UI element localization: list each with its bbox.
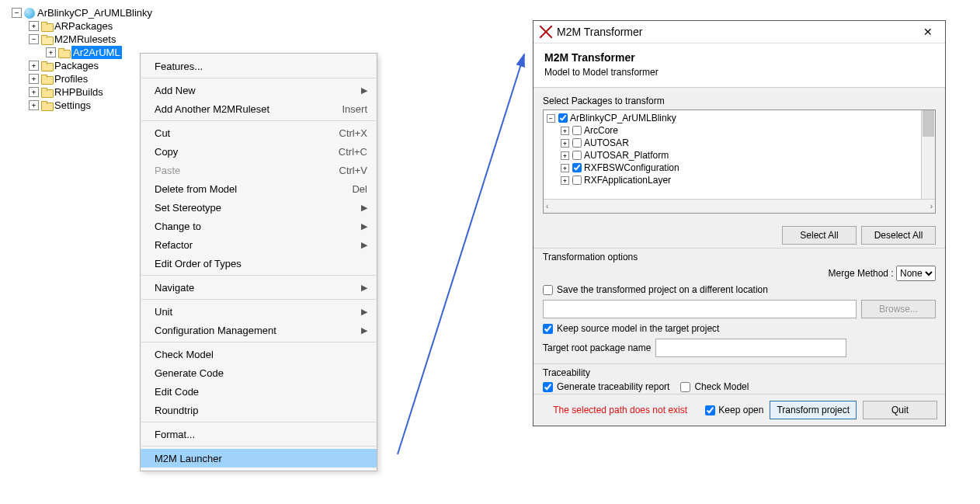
tree-item-label: Packages (54, 59, 99, 72)
pkg-checkbox[interactable] (572, 138, 582, 148)
shortcut: Insert (342, 103, 367, 115)
expand-icon[interactable]: + (29, 87, 39, 97)
pkg-checkbox[interactable] (572, 163, 582, 172)
expand-icon[interactable]: + (29, 100, 39, 110)
pkg-row[interactable]: + RXFApplicationLayer (547, 174, 935, 186)
pkg-checkbox[interactable] (558, 113, 568, 123)
collapse-icon[interactable]: − (547, 114, 555, 123)
expand-icon[interactable]: + (561, 176, 569, 185)
expand-icon[interactable]: + (29, 21, 39, 31)
expand-icon[interactable]: + (561, 127, 569, 135)
menu-delete[interactable]: Delete from ModelDel (141, 179, 377, 198)
chevron-right-icon: ▶ (361, 221, 367, 231)
target-package-input[interactable] (655, 339, 846, 357)
menu-refactor[interactable]: Refactor▶ (141, 235, 377, 254)
folder-icon (41, 101, 52, 109)
context-menu[interactable]: Features... Add New▶ Add Another M2MRule… (140, 53, 377, 471)
save-different-location-label: Save the transformed project on a differ… (557, 284, 768, 295)
menu-add-new[interactable]: Add New▶ (141, 81, 377, 99)
menu-set-stereotype[interactable]: Set Stereotype▶ (141, 198, 377, 217)
close-button[interactable]: ✕ (917, 23, 939, 40)
merge-method-label: Merge Method : (829, 268, 894, 279)
chevron-left-icon: ‹ (546, 202, 548, 210)
menu-generate-code[interactable]: Generate Code (141, 363, 377, 382)
menu-add-another-ruleset[interactable]: Add Another M2MRulesetInsert (141, 99, 377, 118)
divider (533, 363, 945, 364)
folder-icon (41, 61, 52, 70)
target-package-label: Target root package name (543, 342, 651, 353)
app-icon (540, 26, 552, 38)
keep-source-checkbox[interactable] (543, 324, 553, 334)
select-packages-label: Select Packages to transform (543, 96, 936, 106)
tree-root-label: ArBlinkyCP_ArUMLBlinky (37, 6, 152, 19)
menu-separator (141, 342, 376, 342)
collapse-icon[interactable]: − (12, 8, 22, 18)
tree-item-label: Ar2ArUML (71, 46, 122, 59)
menu-unit[interactable]: Unit▶ (141, 302, 377, 321)
vertical-scrollbar[interactable] (921, 110, 935, 200)
menu-edit-order[interactable]: Edit Order of Types (141, 254, 377, 273)
expand-icon[interactable]: + (561, 164, 569, 172)
tree-item[interactable]: + Profiles (12, 72, 152, 85)
pkg-row[interactable]: + AUTOSAR (547, 137, 935, 149)
model-browser-tree[interactable]: − ArBlinkyCP_ArUMLBlinky + ARPackages − … (12, 6, 152, 112)
deselect-all-button[interactable]: Deselect All (861, 226, 936, 245)
pkg-row[interactable]: + ArcCore (547, 124, 935, 137)
save-different-location-checkbox[interactable] (543, 285, 553, 295)
tree-item[interactable]: + Packages (12, 59, 152, 72)
pkg-row[interactable]: + AUTOSAR_Platform (547, 149, 935, 162)
quit-button[interactable]: Quit (863, 401, 937, 419)
chevron-right-icon: ▶ (361, 85, 367, 96)
menu-roundtrip[interactable]: Roundtrip (141, 401, 377, 419)
menu-navigate[interactable]: Navigate▶ (141, 278, 377, 297)
dialog-titlebar[interactable]: M2M Transformer ✕ (533, 21, 945, 43)
tree-item[interactable]: + RHPBuilds (12, 85, 152, 99)
svg-line-0 (398, 54, 524, 454)
tree-root[interactable]: − ArBlinkyCP_ArUMLBlinky (12, 6, 152, 19)
tree-item[interactable]: + Settings (12, 99, 152, 112)
pkg-label: AUTOSAR_Platform (584, 149, 669, 162)
menu-copy[interactable]: CopyCtrl+C (141, 142, 377, 161)
select-all-button[interactable]: Select All (782, 226, 857, 245)
packages-tree-box[interactable]: − ArBlinkyCP_ArUMLBlinky + ArcCore + AUT… (543, 109, 936, 214)
collapse-icon[interactable]: − (29, 34, 39, 44)
expand-icon[interactable]: + (29, 74, 39, 84)
keep-open-checkbox[interactable] (705, 405, 715, 415)
menu-m2m-launcher[interactable]: M2M Launcher (141, 449, 377, 468)
menu-format[interactable]: Format... (141, 425, 377, 443)
tree-item[interactable]: − M2MRulesets (12, 33, 152, 46)
menu-separator (141, 299, 376, 300)
shortcut: Del (352, 183, 367, 195)
pkg-row[interactable]: − ArBlinkyCP_ArUMLBlinky (547, 112, 935, 124)
folder-icon (41, 75, 52, 83)
generate-trace-checkbox[interactable] (543, 382, 553, 392)
generate-trace-label: Generate traceability report (557, 381, 669, 392)
expand-icon[interactable]: + (46, 47, 56, 57)
merge-method-select[interactable]: None (896, 266, 936, 281)
check-model-checkbox[interactable] (680, 382, 690, 392)
menu-change-to[interactable]: Change to▶ (141, 217, 377, 235)
tree-item-selected[interactable]: + Ar2ArUML (12, 46, 152, 59)
transform-project-button[interactable]: Transform project (770, 401, 857, 419)
chevron-right-icon: ▶ (361, 325, 367, 335)
menu-edit-code[interactable]: Edit Code (141, 382, 377, 401)
menu-separator (141, 446, 376, 447)
pkg-checkbox[interactable] (572, 126, 582, 135)
menu-check-model[interactable]: Check Model (141, 345, 377, 363)
menu-cut[interactable]: CutCtrl+X (141, 123, 377, 142)
menu-features[interactable]: Features... (141, 57, 377, 75)
pkg-row[interactable]: + RXFBSWConfiguration (547, 162, 935, 174)
horizontal-scrollbar[interactable]: ‹› (544, 199, 935, 213)
menu-config-mgmt[interactable]: Configuration Management▶ (141, 321, 377, 339)
expand-icon[interactable]: + (561, 139, 569, 148)
expand-icon[interactable]: + (561, 151, 569, 160)
save-path-input[interactable] (543, 300, 857, 318)
tree-item[interactable]: + ARPackages (12, 19, 152, 33)
pkg-checkbox[interactable] (572, 151, 582, 160)
tree-item-label: RHPBuilds (54, 85, 103, 99)
folder-icon (58, 48, 69, 57)
pkg-checkbox[interactable] (572, 176, 582, 185)
expand-icon[interactable]: + (29, 61, 39, 71)
folder-icon (41, 88, 52, 96)
menu-separator (141, 78, 376, 78)
